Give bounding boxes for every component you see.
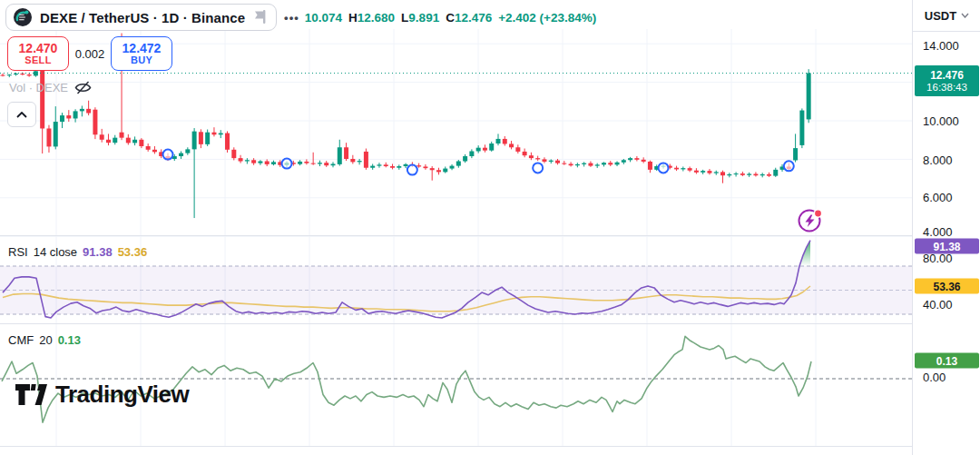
event-circle-marker (282, 159, 292, 169)
scale-tick-label: 8.000 (923, 153, 953, 167)
chevron-up-icon (16, 112, 27, 118)
symbol-button[interactable]: DEXE / TetherUS · 1D · Binance (5, 4, 277, 31)
event-circle-marker (163, 150, 173, 160)
scale-tick-label: 10.000 (923, 114, 959, 128)
close-value: 12.476 (455, 11, 492, 25)
tradingview-logo-icon (15, 382, 49, 408)
volume-legend[interactable]: Vol · DEXE (9, 80, 93, 95)
rsi-legend[interactable]: RSI 14 close 91.38 53.36 (8, 245, 147, 259)
scale-value-box: 12.47616:38:43 (915, 65, 979, 96)
high-label: H (348, 11, 358, 25)
change-value: +2.402 (+23.84%) (498, 11, 596, 25)
spread-value: 0.002 (69, 47, 111, 61)
scale-tick-label: 4.000 (923, 225, 953, 239)
cmf-legend[interactable]: CMF 20 0.13 (8, 333, 81, 347)
scale-currency-toggle[interactable]: USDT (913, 0, 980, 32)
scale-tick-label: 14.000 (923, 39, 959, 53)
collapse-pane-button[interactable] (7, 102, 36, 127)
scale-tick-label: 6.000 (923, 191, 953, 204)
scale-value-box: 0.13 (915, 353, 979, 369)
scale-value-box: 53.36 (915, 279, 979, 294)
tradingview-watermark-text: TradingView (55, 381, 189, 409)
scale-tick-label: 40.00 (923, 298, 953, 312)
open-value: 10.074 (305, 11, 342, 25)
rsi-name: RSI (8, 245, 28, 259)
buy-button[interactable]: 12.472 BUY (111, 36, 172, 71)
tradingview-chart-window: DEXE / TetherUS · 1D · Binance ••• 10.07… (0, 0, 980, 455)
pane-separator[interactable] (0, 323, 980, 324)
flash-events-icon[interactable] (796, 206, 825, 235)
scale-tick-label: 0.00 (923, 371, 946, 384)
event-circle-marker (659, 163, 669, 173)
scale-currency: USDT (925, 9, 956, 23)
rsi-value: 91.38 (83, 245, 113, 259)
cmf-name: CMF (8, 333, 34, 347)
price-scale[interactable]: USDT 14.00010.0008.0006.0004.00012.47616… (912, 0, 980, 455)
tradingview-watermark: TradingView (15, 381, 189, 409)
close-label: C (446, 11, 455, 25)
low-value: 9.891 (408, 11, 439, 25)
high-value: 12.680 (358, 11, 395, 25)
buy-label: BUY (131, 55, 152, 66)
notification-dot (814, 210, 821, 217)
symbol-title: DEXE / TetherUS · 1D · Binance (40, 10, 245, 25)
cmf-value: 0.13 (58, 333, 81, 347)
volume-legend-text: Vol · DEXE (9, 81, 68, 94)
cmf-params: 20 (39, 333, 52, 347)
dexe-coin-icon (13, 7, 33, 27)
eye-hidden-icon[interactable] (74, 80, 93, 95)
event-circle-marker (533, 163, 543, 173)
header-toolbar: DEXE / TetherUS · 1D · Binance ••• 10.07… (5, 4, 596, 31)
event-circle-marker (784, 161, 794, 171)
sell-price: 12.470 (19, 42, 58, 55)
sell-label: SELL (24, 55, 51, 66)
chevron-down-icon (961, 13, 969, 18)
buy-price: 12.472 (122, 42, 162, 55)
sell-button[interactable]: 12.470 SELL (7, 36, 69, 71)
scale-value-box: 91.38 (915, 239, 979, 254)
event-circle-marker (407, 165, 417, 175)
trade-panel: 12.470 SELL 0.002 12.472 BUY (7, 36, 172, 71)
more-options-icon[interactable]: ••• (284, 11, 299, 25)
pane-separator[interactable] (0, 235, 980, 236)
ohlc-readout: 10.074 H12.680 L9.891 C12.476 +2.402 (+2… (305, 11, 597, 25)
flag-icon[interactable] (252, 9, 267, 25)
rsi-params: 14 close (34, 245, 77, 259)
pane-separator (0, 446, 980, 447)
rsi-ma-value: 53.36 (118, 245, 148, 259)
